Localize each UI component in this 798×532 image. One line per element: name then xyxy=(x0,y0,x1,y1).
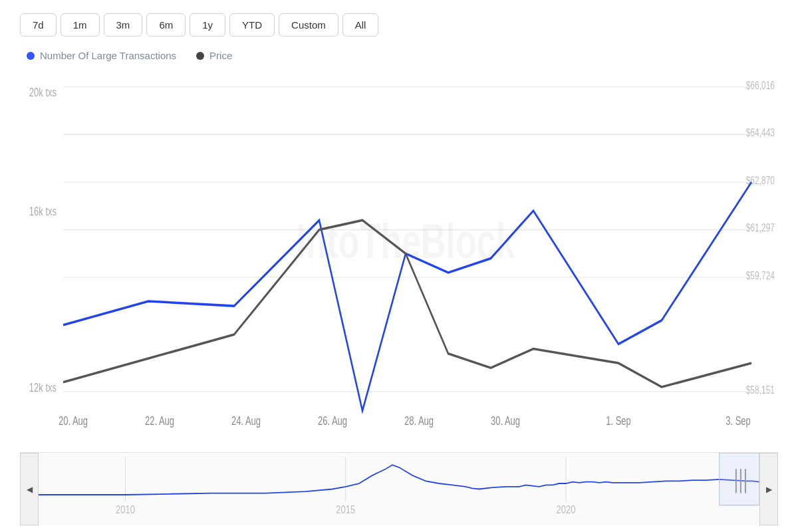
nav-controls: ◀ 2010 2015 2020 xyxy=(20,453,778,525)
svg-text:28. Aug: 28. Aug xyxy=(404,414,434,428)
legend-price: Price xyxy=(196,50,232,61)
main-chart: 20k txs 16k txs 12k txs $66,016 $64,443 … xyxy=(20,68,778,449)
price-dot xyxy=(196,52,204,60)
svg-text:12k txs: 12k txs xyxy=(29,380,57,394)
btn-custom[interactable]: Custom xyxy=(279,13,338,37)
svg-text:26. Aug: 26. Aug xyxy=(318,414,347,428)
svg-text:24. Aug: 24. Aug xyxy=(231,414,261,428)
btn-1y[interactable]: 1y xyxy=(190,13,225,37)
svg-rect-24 xyxy=(39,453,759,525)
svg-text:16k txs: 16k txs xyxy=(29,204,57,218)
svg-text:$64,443: $64,443 xyxy=(746,126,775,139)
svg-text:2015: 2015 xyxy=(336,504,355,515)
svg-text:$58,151: $58,151 xyxy=(746,384,775,396)
transactions-label: Number Of Large Transactions xyxy=(40,50,176,61)
nav-arrow-left[interactable]: ◀ xyxy=(20,453,39,525)
btn-3m[interactable]: 3m xyxy=(104,13,143,37)
chart-wrapper: 20k txs 16k txs 12k txs $66,016 $64,443 … xyxy=(20,68,778,525)
btn-ytd[interactable]: YTD xyxy=(229,13,275,37)
svg-rect-31 xyxy=(720,453,759,505)
svg-text:$61,297: $61,297 xyxy=(746,221,775,234)
svg-text:3. Sep: 3. Sep xyxy=(726,414,751,428)
legend-transactions: Number Of Large Transactions xyxy=(27,50,176,61)
svg-text:20k txs: 20k txs xyxy=(29,85,57,99)
svg-text:2010: 2010 xyxy=(116,504,135,515)
btn-7d[interactable]: 7d xyxy=(20,13,57,37)
chart-legend: Number Of Large Transactions Price xyxy=(27,50,778,61)
svg-text:1. Sep: 1. Sep xyxy=(606,414,631,428)
nav-chart[interactable]: 2010 2015 2020 xyxy=(39,453,759,525)
svg-text:30. Aug: 30. Aug xyxy=(491,414,520,428)
svg-text:2020: 2020 xyxy=(556,504,575,515)
svg-text:$66,016: $66,016 xyxy=(746,78,775,91)
chart-svg-container: 20k txs 16k txs 12k txs $66,016 $64,443 … xyxy=(20,68,778,449)
btn-6m[interactable]: 6m xyxy=(146,13,186,37)
time-range-buttons: 7d 1m 3m 6m 1y YTD Custom All xyxy=(20,13,778,37)
transactions-dot xyxy=(27,52,35,60)
btn-all[interactable]: All xyxy=(342,13,379,37)
main-container: 7d 1m 3m 6m 1y YTD Custom All Number Of … xyxy=(0,0,798,532)
navigator: ◀ 2010 2015 2020 xyxy=(20,452,778,525)
price-label: Price xyxy=(209,50,232,61)
btn-1m[interactable]: 1m xyxy=(61,13,100,37)
svg-text:20. Aug: 20. Aug xyxy=(59,414,88,428)
svg-text:$59,724: $59,724 xyxy=(746,269,775,282)
nav-arrow-right[interactable]: ▶ xyxy=(759,453,778,525)
svg-text:22. Aug: 22. Aug xyxy=(145,414,174,428)
